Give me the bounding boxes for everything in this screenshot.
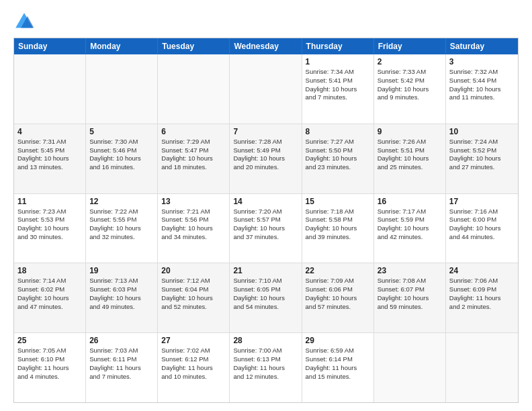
page-header: [13, 11, 519, 32]
day-info: Sunrise: 7:22 AM Sunset: 5:55 PM Dayligh…: [89, 208, 154, 242]
day-cell-22: 22Sunrise: 7:09 AM Sunset: 6:06 PM Dayli…: [302, 263, 374, 332]
day-cell-26: 26Sunrise: 7:03 AM Sunset: 6:11 PM Dayli…: [86, 333, 158, 402]
day-number: 22: [306, 266, 370, 275]
day-number: 18: [17, 266, 82, 275]
header-day-monday: Monday: [86, 38, 158, 54]
day-info: Sunrise: 7:06 AM Sunset: 6:09 PM Dayligh…: [449, 277, 515, 311]
calendar-page: SundayMondayTuesdayWednesdayThursdayFrid…: [0, 0, 532, 411]
day-cell-14: 14Sunrise: 7:20 AM Sunset: 5:57 PM Dayli…: [230, 194, 302, 263]
day-number: 10: [449, 127, 515, 136]
day-cell-2: 2Sunrise: 7:33 AM Sunset: 5:42 PM Daylig…: [374, 54, 446, 124]
day-cell-27: 27Sunrise: 7:02 AM Sunset: 6:12 PM Dayli…: [158, 333, 230, 402]
logo-icon: [13, 11, 35, 32]
empty-cell: [446, 333, 518, 402]
day-info: Sunrise: 7:13 AM Sunset: 6:03 PM Dayligh…: [89, 277, 154, 311]
day-info: Sunrise: 7:02 AM Sunset: 6:12 PM Dayligh…: [161, 347, 226, 381]
day-info: Sunrise: 7:17 AM Sunset: 5:59 PM Dayligh…: [378, 208, 442, 242]
day-number: 4: [17, 127, 82, 136]
day-number: 21: [233, 266, 298, 275]
day-number: 19: [89, 266, 154, 275]
day-number: 1: [306, 57, 370, 66]
day-cell-19: 19Sunrise: 7:13 AM Sunset: 6:03 PM Dayli…: [86, 263, 158, 332]
day-info: Sunrise: 7:14 AM Sunset: 6:02 PM Dayligh…: [17, 277, 82, 311]
day-info: Sunrise: 7:33 AM Sunset: 5:42 PM Dayligh…: [378, 68, 442, 102]
day-info: Sunrise: 7:20 AM Sunset: 5:57 PM Dayligh…: [233, 208, 298, 242]
day-cell-13: 13Sunrise: 7:21 AM Sunset: 5:56 PM Dayli…: [158, 194, 230, 263]
day-number: 26: [89, 336, 154, 345]
day-number: 24: [449, 266, 515, 275]
calendar-row-1: 4Sunrise: 7:31 AM Sunset: 5:45 PM Daylig…: [14, 124, 518, 193]
day-cell-21: 21Sunrise: 7:10 AM Sunset: 6:05 PM Dayli…: [230, 263, 302, 332]
day-cell-20: 20Sunrise: 7:12 AM Sunset: 6:04 PM Dayli…: [158, 263, 230, 332]
day-cell-16: 16Sunrise: 7:17 AM Sunset: 5:59 PM Dayli…: [374, 194, 446, 263]
day-number: 16: [378, 197, 442, 206]
day-info: Sunrise: 6:59 AM Sunset: 6:14 PM Dayligh…: [306, 347, 370, 381]
day-info: Sunrise: 7:18 AM Sunset: 5:58 PM Dayligh…: [306, 208, 370, 242]
day-number: 5: [89, 127, 154, 136]
empty-cell: [230, 54, 302, 124]
day-cell-15: 15Sunrise: 7:18 AM Sunset: 5:58 PM Dayli…: [302, 194, 374, 263]
calendar-row-3: 18Sunrise: 7:14 AM Sunset: 6:02 PM Dayli…: [14, 263, 518, 332]
calendar-row-0: 1Sunrise: 7:34 AM Sunset: 5:41 PM Daylig…: [14, 54, 518, 124]
calendar-row-4: 25Sunrise: 7:05 AM Sunset: 6:10 PM Dayli…: [14, 332, 518, 402]
calendar-row-2: 11Sunrise: 7:23 AM Sunset: 5:53 PM Dayli…: [14, 193, 518, 263]
day-info: Sunrise: 7:32 AM Sunset: 5:44 PM Dayligh…: [449, 68, 515, 102]
day-cell-17: 17Sunrise: 7:16 AM Sunset: 6:00 PM Dayli…: [446, 194, 518, 263]
day-number: 20: [161, 266, 226, 275]
day-cell-18: 18Sunrise: 7:14 AM Sunset: 6:02 PM Dayli…: [14, 263, 86, 332]
logo: [13, 11, 38, 32]
day-info: Sunrise: 7:31 AM Sunset: 5:45 PM Dayligh…: [17, 138, 82, 172]
day-number: 27: [161, 336, 226, 345]
day-cell-23: 23Sunrise: 7:08 AM Sunset: 6:07 PM Dayli…: [374, 263, 446, 332]
day-number: 28: [233, 336, 298, 345]
day-info: Sunrise: 7:03 AM Sunset: 6:11 PM Dayligh…: [89, 347, 154, 381]
header-day-wednesday: Wednesday: [230, 38, 302, 54]
empty-cell: [158, 54, 230, 124]
day-info: Sunrise: 7:05 AM Sunset: 6:10 PM Dayligh…: [17, 347, 82, 381]
calendar: SundayMondayTuesdayWednesdayThursdayFrid…: [13, 38, 519, 403]
day-cell-11: 11Sunrise: 7:23 AM Sunset: 5:53 PM Dayli…: [14, 194, 86, 263]
day-cell-1: 1Sunrise: 7:34 AM Sunset: 5:41 PM Daylig…: [302, 54, 374, 124]
day-info: Sunrise: 7:10 AM Sunset: 6:05 PM Dayligh…: [233, 277, 298, 311]
calendar-header: SundayMondayTuesdayWednesdayThursdayFrid…: [14, 38, 518, 54]
day-cell-25: 25Sunrise: 7:05 AM Sunset: 6:10 PM Dayli…: [14, 333, 86, 402]
day-info: Sunrise: 7:34 AM Sunset: 5:41 PM Dayligh…: [306, 68, 370, 102]
day-info: Sunrise: 7:30 AM Sunset: 5:46 PM Dayligh…: [89, 138, 154, 172]
day-number: 2: [378, 57, 442, 66]
empty-cell: [374, 333, 446, 402]
day-info: Sunrise: 7:23 AM Sunset: 5:53 PM Dayligh…: [17, 208, 82, 242]
day-info: Sunrise: 7:28 AM Sunset: 5:49 PM Dayligh…: [233, 138, 298, 172]
day-number: 12: [89, 197, 154, 206]
day-cell-10: 10Sunrise: 7:24 AM Sunset: 5:52 PM Dayli…: [446, 124, 518, 193]
day-number: 23: [378, 266, 442, 275]
day-number: 29: [306, 336, 370, 345]
day-info: Sunrise: 7:08 AM Sunset: 6:07 PM Dayligh…: [378, 277, 442, 311]
calendar-body: 1Sunrise: 7:34 AM Sunset: 5:41 PM Daylig…: [14, 54, 518, 402]
day-number: 9: [378, 127, 442, 136]
day-cell-7: 7Sunrise: 7:28 AM Sunset: 5:49 PM Daylig…: [230, 124, 302, 193]
day-info: Sunrise: 7:21 AM Sunset: 5:56 PM Dayligh…: [161, 208, 226, 242]
day-cell-24: 24Sunrise: 7:06 AM Sunset: 6:09 PM Dayli…: [446, 263, 518, 332]
day-cell-5: 5Sunrise: 7:30 AM Sunset: 5:46 PM Daylig…: [86, 124, 158, 193]
day-cell-3: 3Sunrise: 7:32 AM Sunset: 5:44 PM Daylig…: [446, 54, 518, 124]
day-cell-9: 9Sunrise: 7:26 AM Sunset: 5:51 PM Daylig…: [374, 124, 446, 193]
day-number: 25: [17, 336, 82, 345]
header-day-sunday: Sunday: [14, 38, 86, 54]
day-info: Sunrise: 7:16 AM Sunset: 6:00 PM Dayligh…: [449, 208, 515, 242]
day-number: 14: [233, 197, 298, 206]
day-number: 15: [306, 197, 370, 206]
day-number: 13: [161, 197, 226, 206]
empty-cell: [14, 54, 86, 124]
day-info: Sunrise: 7:09 AM Sunset: 6:06 PM Dayligh…: [306, 277, 370, 311]
day-info: Sunrise: 7:26 AM Sunset: 5:51 PM Dayligh…: [378, 138, 442, 172]
day-cell-4: 4Sunrise: 7:31 AM Sunset: 5:45 PM Daylig…: [14, 124, 86, 193]
header-day-tuesday: Tuesday: [158, 38, 230, 54]
day-info: Sunrise: 7:00 AM Sunset: 6:13 PM Dayligh…: [233, 347, 298, 381]
day-cell-28: 28Sunrise: 7:00 AM Sunset: 6:13 PM Dayli…: [230, 333, 302, 402]
day-cell-8: 8Sunrise: 7:27 AM Sunset: 5:50 PM Daylig…: [302, 124, 374, 193]
day-info: Sunrise: 7:27 AM Sunset: 5:50 PM Dayligh…: [306, 138, 370, 172]
day-number: 6: [161, 127, 226, 136]
day-cell-12: 12Sunrise: 7:22 AM Sunset: 5:55 PM Dayli…: [86, 194, 158, 263]
header-day-thursday: Thursday: [302, 38, 374, 54]
day-number: 17: [449, 197, 515, 206]
